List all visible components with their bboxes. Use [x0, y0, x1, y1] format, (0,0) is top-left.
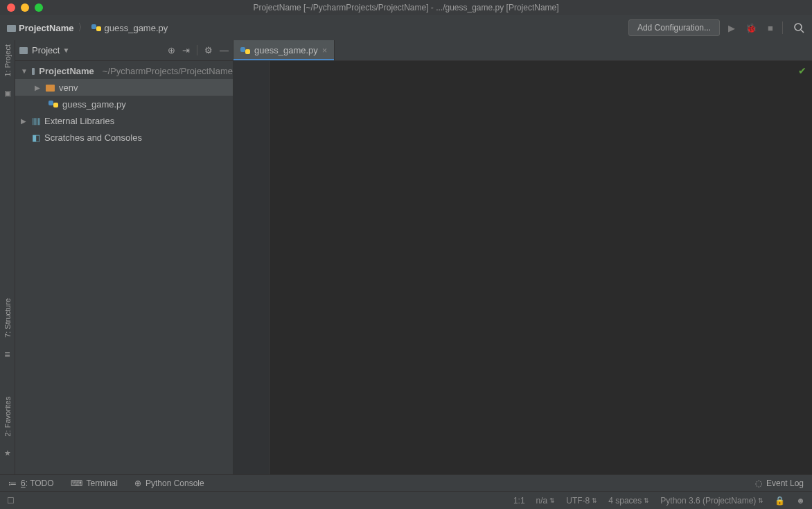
divider — [782, 21, 783, 34]
tool-structure[interactable]: 7: Structure — [3, 298, 12, 338]
breadcrumb-file-label: guess_game.py — [104, 23, 168, 33]
ide-status-icon[interactable]: ☻ — [796, 496, 805, 506]
project-icon — [19, 47, 28, 54]
scratch-icon: ◧ — [32, 132, 40, 143]
titlebar: ProjectName [~/PycharmProjects/ProjectNa… — [0, 0, 812, 15]
python-file-icon — [48, 99, 58, 109]
chevron-right-icon[interactable]: ▶ — [35, 84, 42, 92]
project-sidebar: Project ▼ ⊕ ⇥ ⚙ — ▼ ProjectName ~/Pychar… — [15, 40, 233, 474]
debug-icon[interactable]: 🐞 — [743, 23, 759, 33]
gear-icon[interactable]: ⚙ — [204, 45, 213, 55]
tool-terminal[interactable]: ⌨ Terminal — [71, 478, 118, 488]
tree-scratches[interactable]: ◧ Scratches and Consoles — [15, 129, 233, 146]
tree-root[interactable]: ▼ ProjectName ~/PycharmProjects/ProjectN… — [15, 62, 233, 79]
minimize-icon[interactable]: — — [220, 45, 229, 55]
tree-venv[interactable]: ▶ venv — [15, 79, 233, 96]
tree-root-path: ~/PycharmProjects/ProjectName — [103, 66, 233, 76]
tool-event-log[interactable]: ◌ Event Log — [755, 478, 804, 488]
chevron-right-icon[interactable]: ▶ — [21, 117, 28, 125]
search-icon[interactable] — [791, 22, 806, 33]
lock-icon[interactable]: 🔒 — [775, 496, 785, 506]
window-minimize-icon[interactable] — [21, 3, 29, 12]
structure-icon: ≣ — [4, 350, 10, 359]
breadcrumb-project-label: ProjectName — [19, 23, 73, 33]
status-panel-icon[interactable]: ☐ — [7, 496, 15, 506]
star-icon: ★ — [4, 449, 11, 458]
list-icon: ≔ — [8, 478, 17, 488]
tree-scratch-label: Scratches and Consoles — [44, 132, 142, 143]
sidebar-header: Project ▼ ⊕ ⇥ ⚙ — — [15, 40, 233, 61]
tree-venv-label: venv — [59, 83, 78, 93]
python-file-icon — [240, 46, 250, 55]
breadcrumb-project[interactable]: ProjectName — [7, 23, 73, 33]
window-title: ProjectName [~/PycharmProjects/ProjectNa… — [253, 3, 558, 12]
svg-point-0 — [795, 24, 802, 31]
bottom-tools: ≔ 6: TODO ⌨ Terminal ⊕ Python Console ◌ … — [0, 474, 812, 491]
code-editor[interactable]: ✔ — [270, 61, 812, 474]
breadcrumb: ProjectName 〉 guess_game.py — [7, 21, 628, 34]
editor-gutter — [233, 61, 270, 474]
folder-icon — [32, 68, 35, 75]
status-line-col[interactable]: 1:1 — [513, 496, 525, 506]
collapse-icon[interactable]: ⇥ — [182, 45, 190, 55]
tool-python-console[interactable]: ⊕ Python Console — [134, 478, 204, 488]
chevron-down-icon: ▼ — [62, 46, 69, 54]
sidebar-title-dropdown[interactable]: Project ▼ — [32, 45, 164, 55]
status-interpreter[interactable]: Python 3.6 (ProjectName)⇅ — [660, 496, 764, 506]
window-zoom-icon[interactable] — [35, 3, 43, 12]
folder-icon: ▣ — [4, 89, 11, 98]
status-lineending[interactable]: n/a⇅ — [536, 496, 556, 506]
chevron-down-icon[interactable]: ▼ — [21, 67, 28, 75]
folder-icon — [7, 25, 16, 32]
python-icon: ⊕ — [134, 478, 141, 488]
tool-project[interactable]: 1: Project — [3, 44, 12, 76]
status-bar: ☐ 1:1 n/a⇅ UTF-8⇅ 4 spaces⇅ Python 3.6 (… — [0, 491, 812, 509]
tree-external-libraries[interactable]: ▶ ∥∥∥ External Libraries — [15, 112, 233, 129]
terminal-icon: ⌨ — [71, 478, 82, 488]
editor-tabs: guess_game.py × — [233, 40, 812, 61]
window-close-icon[interactable] — [7, 3, 15, 12]
add-configuration-button[interactable]: Add Configuration... — [628, 19, 720, 36]
breadcrumb-file[interactable]: guess_game.py — [91, 23, 168, 33]
svg-line-1 — [801, 30, 804, 33]
inspection-ok-icon[interactable]: ✔ — [798, 65, 806, 76]
locate-icon[interactable]: ⊕ — [168, 45, 175, 55]
status-encoding[interactable]: UTF-8⇅ — [566, 496, 597, 506]
tab-label: guess_game.py — [254, 45, 318, 55]
navigation-bar: ProjectName 〉 guess_game.py Add Configur… — [0, 15, 812, 40]
left-tool-gutter: 1: Project ▣ 7: Structure ≣ 2: Favorites… — [0, 40, 15, 474]
status-indent[interactable]: 4 spaces⇅ — [608, 496, 649, 506]
run-icon[interactable]: ▶ — [724, 23, 739, 33]
chevron-right-icon: 〉 — [78, 21, 87, 34]
tool-favorites[interactable]: 2: Favorites — [3, 397, 12, 436]
tree-file[interactable]: guess_game.py — [15, 96, 233, 112]
editor-area: guess_game.py × ✔ — [233, 40, 812, 474]
tool-todo[interactable]: ≔ 6: TODO — [8, 478, 54, 488]
stop-icon[interactable]: ■ — [763, 23, 778, 33]
python-file-icon — [91, 23, 101, 33]
tree-root-label: ProjectName — [39, 66, 94, 76]
tab-guess-game[interactable]: guess_game.py × — [233, 40, 335, 60]
close-icon[interactable]: × — [322, 45, 328, 55]
tree-extlib-label: External Libraries — [44, 116, 114, 126]
libraries-icon: ∥∥∥ — [32, 117, 40, 125]
tree-file-label: guess_game.py — [62, 99, 126, 110]
event-log-icon: ◌ — [755, 478, 762, 488]
project-tree[interactable]: ▼ ProjectName ~/PycharmProjects/ProjectN… — [15, 61, 233, 474]
folder-icon — [46, 85, 55, 92]
